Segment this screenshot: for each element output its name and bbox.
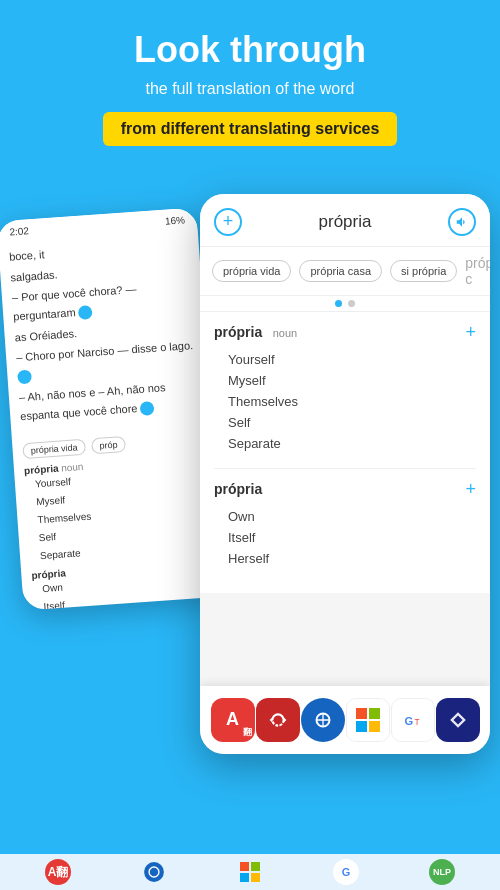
pill-propria-casa[interactable]: própria casa bbox=[299, 260, 382, 282]
add-to-list-1[interactable]: + bbox=[465, 322, 476, 343]
bottom-icon-microsoft[interactable] bbox=[237, 859, 263, 885]
subheadline: the full translation of the word bbox=[20, 80, 480, 98]
status-time: 2:02 bbox=[9, 225, 29, 237]
add-to-list-2[interactable]: + bbox=[465, 479, 476, 500]
ms-logo-bottom bbox=[240, 862, 260, 882]
link-icon-3 bbox=[140, 400, 155, 415]
svg-text:G: G bbox=[404, 714, 413, 726]
dict-item-herself: Herself bbox=[214, 548, 476, 569]
dict-item-own: Own bbox=[214, 506, 476, 527]
pills-row: própria vida própria casa si própria pró… bbox=[200, 247, 490, 296]
dot-active bbox=[335, 300, 342, 307]
top-section: Look through the full translation of the… bbox=[0, 0, 500, 184]
dict-word-row-1: própria noun + bbox=[214, 322, 476, 343]
highlight-banner: from different translating services bbox=[103, 112, 398, 146]
svg-text:T: T bbox=[414, 716, 419, 726]
sidebar-items1: Yourself Myself Themselves Self Separate bbox=[24, 463, 210, 565]
dict-item-myself: Myself bbox=[214, 370, 476, 391]
dict-section-2: própria + Own Itself Herself bbox=[214, 479, 476, 569]
translator-bar: A 翻 bbox=[200, 686, 490, 754]
dict-content: própria noun + Yourself Myself Themselve… bbox=[200, 312, 490, 593]
status-battery: 16% bbox=[165, 214, 186, 226]
link-icon bbox=[78, 305, 93, 320]
phone-header: + própria bbox=[200, 194, 490, 247]
dict-section-1: própria noun + Yourself Myself Themselve… bbox=[214, 322, 476, 454]
reverso-translator-icon[interactable] bbox=[256, 698, 300, 742]
microsoft-translator-icon[interactable] bbox=[346, 698, 390, 742]
headline: Look through bbox=[20, 30, 480, 70]
app-bottom-bar: A翻 G NLP bbox=[0, 854, 500, 890]
sidebar-pill-1: própria vida bbox=[22, 439, 86, 459]
pill-propria-vida[interactable]: própria vida bbox=[212, 260, 291, 282]
pill-more: própria c bbox=[465, 255, 490, 287]
dict-word-1: própria noun bbox=[214, 323, 297, 341]
phone-front: + própria própria vida própria casa si p… bbox=[200, 194, 490, 754]
phones-container: 2:02 16% boce, it salgadas. – Por que vo… bbox=[0, 194, 500, 834]
svg-point-0 bbox=[264, 706, 292, 734]
dict-item-self: Self bbox=[214, 412, 476, 433]
translation-word: própria bbox=[319, 212, 372, 232]
dict-word-2: própria bbox=[214, 480, 262, 498]
back-phone-content: boce, it salgadas. – Por que você chora?… bbox=[0, 226, 211, 436]
lingvo-translator-icon[interactable] bbox=[301, 698, 345, 742]
page-indicator bbox=[200, 296, 490, 312]
phone-back: 2:02 16% boce, it salgadas. – Por que vo… bbox=[0, 207, 223, 610]
dict-item-itself: Itself bbox=[214, 527, 476, 548]
dict-word-row-2: própria + bbox=[214, 479, 476, 500]
deepl-translator-icon[interactable] bbox=[436, 698, 480, 742]
link-icon-2 bbox=[17, 369, 32, 384]
bottom-icon-google[interactable]: G bbox=[333, 859, 359, 885]
google-translator-icon[interactable]: G T bbox=[391, 698, 435, 742]
svg-point-13 bbox=[144, 862, 164, 882]
dot-inactive bbox=[348, 300, 355, 307]
divider bbox=[214, 468, 476, 469]
sound-button[interactable] bbox=[448, 208, 476, 236]
dict-item-themselves: Themselves bbox=[214, 391, 476, 412]
bottom-icon-1[interactable]: A翻 bbox=[45, 859, 71, 885]
sidebar-pill-2: próp bbox=[91, 436, 126, 454]
pill-si-propria[interactable]: si própria bbox=[390, 260, 457, 282]
abbyy-translator-icon[interactable]: A 翻 bbox=[211, 698, 255, 742]
add-button[interactable]: + bbox=[214, 208, 242, 236]
dict-item-separate: Separate bbox=[214, 433, 476, 454]
bottom-icon-nlp[interactable]: NLP bbox=[429, 859, 455, 885]
microsoft-logo bbox=[356, 708, 380, 732]
dict-item-yourself: Yourself bbox=[214, 349, 476, 370]
bottom-icon-2[interactable] bbox=[141, 859, 167, 885]
